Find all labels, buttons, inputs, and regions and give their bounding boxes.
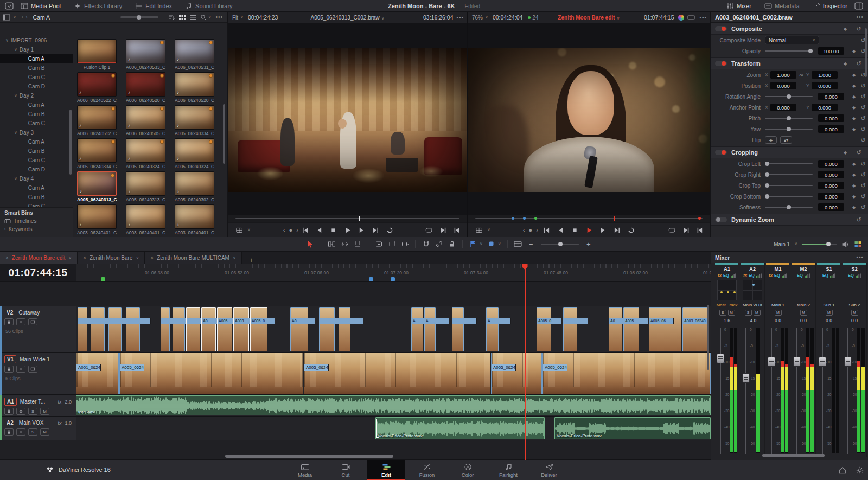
param-value[interactable]: 0.000	[818, 182, 844, 189]
track-lock-icon[interactable]	[4, 318, 14, 325]
track-solo-button[interactable]: S	[28, 428, 37, 436]
channel-fx-label[interactable]: fx	[743, 273, 747, 278]
v2-clip[interactable]: A0...	[201, 307, 216, 351]
fader-handle[interactable]	[844, 357, 852, 367]
slider-handle[interactable]	[765, 172, 769, 177]
replace-clip-tool[interactable]	[398, 239, 411, 249]
tab-close-icon[interactable]: ×	[150, 255, 154, 261]
bin-item-cam-b[interactable]: ∨Cam B	[0, 110, 73, 119]
channel-solo-button[interactable]: S	[719, 310, 726, 316]
track-autoselect-icon[interactable]	[16, 408, 25, 415]
overwrite-clip-tool[interactable]	[385, 239, 398, 249]
param-dropdown[interactable]: Normal∨	[765, 36, 819, 44]
param-keyframe-icon[interactable]: ◆	[850, 94, 858, 99]
position-lock-tool[interactable]	[445, 239, 458, 249]
match-frame-button[interactable]	[666, 225, 678, 235]
media-clip-thumb[interactable]	[77, 39, 117, 63]
param-value[interactable]: 0.000	[818, 160, 844, 168]
track-mute-button[interactable]: M	[40, 408, 49, 415]
v1-clip[interactable]: A005_0624...~ ◆	[491, 353, 542, 395]
next-edit-button[interactable]	[437, 225, 449, 235]
speaker-icon[interactable]	[841, 241, 850, 248]
loop-button[interactable]	[384, 225, 396, 235]
channel-mute-button[interactable]: M	[826, 310, 833, 316]
list-view-icon[interactable]	[188, 14, 199, 21]
play-button[interactable]	[342, 225, 354, 235]
v2-clip[interactable]: A...	[424, 307, 436, 351]
media-clip-thumb[interactable]: ♪	[77, 105, 117, 130]
channel-eq-label[interactable]: EQ	[822, 273, 828, 278]
param-keyframe-icon[interactable]: ◆	[850, 172, 858, 177]
param-value[interactable]: 0.000	[818, 203, 844, 211]
param-slider[interactable]	[765, 96, 813, 97]
page-cut[interactable]: Cut	[327, 460, 365, 480]
bin-list-toggle-icon[interactable]	[0, 14, 13, 21]
tab-close-icon[interactable]: ×	[5, 255, 9, 261]
go-to-first-frame-button[interactable]	[541, 225, 553, 235]
param-slider[interactable]	[765, 163, 813, 164]
track-mute-button[interactable]: M	[40, 428, 49, 436]
param-reset-icon[interactable]: ↺	[858, 82, 868, 89]
slider-handle[interactable]	[765, 194, 769, 199]
param-keyframe-icon[interactable]: ◆	[850, 84, 858, 88]
inspector-section-dynamic-zoom[interactable]: Dynamic Zoom↺	[711, 214, 868, 226]
inspector-section-composite[interactable]: Composite◆↺	[711, 23, 868, 35]
smart-bin-timelines[interactable]: Timelines	[0, 217, 73, 225]
param-slider[interactable]	[765, 196, 813, 197]
section-reset-icon[interactable]: ↺	[854, 149, 864, 156]
channel-fx-label[interactable]: fx	[769, 273, 773, 278]
bin-item-day-2[interactable]: ∨Day 2	[0, 91, 73, 100]
media-clip-thumb[interactable]: ♪	[126, 138, 165, 163]
media-clip-thumb[interactable]: ♪	[175, 138, 214, 163]
timeline-marker[interactable]	[369, 277, 373, 281]
track-id[interactable]: A2	[4, 419, 16, 426]
channel-eq-label[interactable]: EQ	[749, 273, 755, 278]
v2-clip[interactable]	[161, 307, 170, 351]
channel-mute-button[interactable]: M	[775, 310, 782, 316]
section-keyframe-icon[interactable]: ◆	[841, 27, 850, 31]
channel-eq-label[interactable]: EQ	[848, 273, 854, 278]
v2-clip[interactable]	[173, 307, 185, 351]
param-value[interactable]: 100.00	[818, 47, 844, 55]
timeline-ruler[interactable]: 01:06:38:0001:06:52:0001:07:06:0001:07:2…	[76, 264, 711, 282]
param-value[interactable]: 0.000	[818, 193, 844, 200]
bin-item-day-4[interactable]: ∨Day 4	[0, 174, 73, 183]
go-to-last-frame-button[interactable]	[611, 225, 623, 235]
go-to-last-frame-button[interactable]	[370, 225, 382, 235]
track-id[interactable]: V2	[4, 309, 15, 316]
param-reset-icon[interactable]: ↺	[858, 161, 868, 168]
snapping-tool[interactable]	[419, 239, 432, 249]
grid-view-icon[interactable]	[177, 14, 188, 21]
slider-handle[interactable]	[787, 94, 791, 99]
fader-handle[interactable]	[819, 357, 826, 367]
channel-mute-button[interactable]: M	[728, 310, 735, 316]
top-button-inspector[interactable]: Inspector	[806, 0, 854, 12]
v2-clip[interactable]: A005...	[217, 307, 232, 351]
track-lock-icon[interactable]	[4, 428, 14, 436]
channel-eq-label[interactable]: EQ	[723, 273, 729, 278]
inspector-options-icon[interactable]: •••	[856, 14, 864, 20]
timeline-vscrollbar[interactable]	[707, 305, 709, 370]
v2-clip[interactable]	[339, 307, 350, 351]
channel-eq-label[interactable]: EQ	[774, 273, 780, 278]
param-x-value[interactable]: 1.000	[770, 71, 796, 79]
page-fairlight[interactable]: Fairlight	[489, 460, 527, 480]
bin-item-cam-b[interactable]: ∨Cam B	[0, 146, 73, 156]
stop-button[interactable]	[569, 225, 581, 235]
track-header[interactable]: V2Cutaway56 Clips	[0, 306, 76, 353]
media-clip-thumb[interactable]: ♪	[77, 72, 117, 97]
new-timeline-tab-button[interactable]: +	[242, 257, 261, 264]
bin-item-import_0906[interactable]: ∨IMPORT_0906	[0, 36, 73, 45]
bin-item-cam-a[interactable]: ∨Cam A	[0, 100, 73, 110]
inspector-section-transform[interactable]: Transform◆↺	[711, 57, 868, 69]
step-forward-button[interactable]	[356, 225, 368, 235]
step-back-button[interactable]	[555, 225, 567, 235]
param-keyframe-icon[interactable]: ◆	[850, 105, 858, 110]
v2-clip[interactable]: A005_0...	[250, 307, 267, 351]
channel-fx-label[interactable]: fx	[718, 273, 722, 278]
section-toggle[interactable]	[715, 26, 727, 31]
zoom-in-button[interactable]: +	[582, 239, 595, 249]
param-keyframe-icon[interactable]: ◆	[850, 127, 858, 132]
param-slider[interactable]	[765, 174, 813, 175]
channel-pan-control[interactable]	[743, 280, 762, 300]
